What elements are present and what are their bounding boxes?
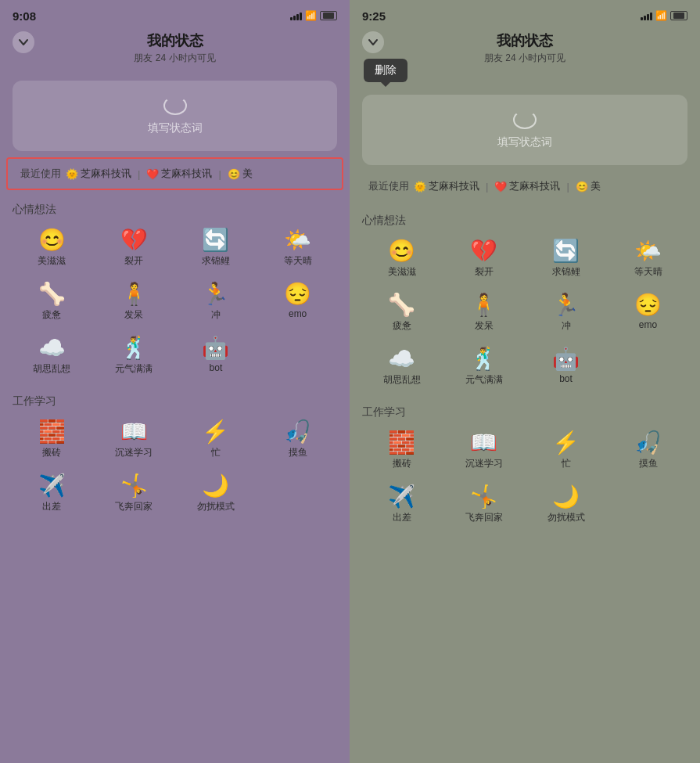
left-work-item-banzhuan[interactable]: 🧱 搬砖	[13, 415, 92, 466]
left-work-item-mang[interactable]: ⚡ 忙	[177, 415, 256, 466]
left-recent-label: 最近使用	[20, 167, 61, 181]
right-work-item-chenmiXuexi[interactable]: 📖 沉迷学习	[444, 426, 523, 477]
right-chevron-button[interactable]	[362, 31, 384, 53]
right-mood-item-emo[interactable]: 😔 emo	[608, 288, 687, 339]
left-work-item-wuraomode[interactable]: 🌙 勿扰模式	[177, 469, 256, 520]
moyu-label: 摸鱼	[289, 446, 307, 459]
meizizi-icon: 😊	[38, 229, 66, 251]
mang-label: 忙	[211, 446, 221, 459]
chong-icon: 🏃	[202, 283, 229, 305]
right-section-mood-title: 心情想法	[362, 214, 687, 228]
right-qiujinli-label: 求锦鲤	[552, 265, 580, 279]
right-meizizi-label: 美滋滋	[388, 265, 416, 279]
left-mood-item-bot[interactable]: 🤖 bot	[177, 331, 256, 382]
right-mood-item-meizizi[interactable]: 😊 美滋滋	[362, 234, 441, 285]
left-header: 我的状态 朋友 24 小时内可见	[0, 28, 350, 74]
left-work-item-chuchai[interactable]: ✈️ 出差	[13, 469, 92, 520]
right-chuchai-icon: ✈️	[388, 486, 415, 508]
left-recent-bar: 最近使用 🌞 芝麻科技讯 | ❤️ 芝麻科技讯 | 😊 美	[8, 159, 342, 189]
left-recent-item-1[interactable]: 🌞 芝麻科技讯	[66, 167, 131, 181]
left-mood-item-meizizi[interactable]: 😊 美滋滋	[13, 223, 92, 274]
right-battery-icon	[670, 11, 687, 20]
right-recent-item-3[interactable]: 😊 美	[576, 179, 601, 193]
fazai-icon: 🧍	[120, 283, 148, 305]
chenmiXuexi-icon: 📖	[120, 421, 148, 443]
right-liekai-label: 裂开	[475, 265, 494, 279]
chuchai-icon: ✈️	[38, 475, 66, 497]
right-mood-item-yuanqimanman[interactable]: 🕺 元气满满	[444, 342, 523, 393]
banzhuan-label: 搬砖	[42, 446, 61, 459]
chevron-down-icon	[18, 37, 29, 48]
right-work-item-wuraomode[interactable]: 🌙 勿扰模式	[526, 480, 605, 531]
yuanqimanman-label: 元气满满	[115, 362, 153, 376]
right-work-item-feibenhui[interactable]: 🤸 飞奔回家	[444, 480, 523, 531]
right-mood-item-husiluanxiang[interactable]: ☁️ 胡思乱想	[362, 342, 441, 393]
left-mood-item-qiujinli[interactable]: 🔄 求锦鲤	[177, 223, 256, 274]
right-signal-icon	[641, 11, 652, 20]
right-status-input-area[interactable]: 填写状态词	[362, 95, 687, 165]
right-banzhuan-icon: 🧱	[388, 432, 415, 454]
left-status-icons: 📶	[290, 10, 337, 21]
piyi-icon: 🦴	[38, 283, 66, 305]
right-banzhuan-label: 搬砖	[393, 457, 411, 470]
right-recent-label: 最近使用	[368, 179, 409, 193]
right-recent-item-1[interactable]: 🌞 芝麻科技讯	[414, 179, 479, 193]
left-mood-item-chong[interactable]: 🏃 冲	[177, 277, 256, 328]
liekai-icon: 💔	[120, 229, 148, 251]
meizizi-label: 美滋滋	[38, 254, 66, 268]
right-page-title: 我的状态	[497, 31, 553, 50]
left-recent-item-3[interactable]: 😊 美	[228, 167, 253, 181]
left-mood-item-dengtianjing[interactable]: 🌤️ 等天晴	[258, 223, 337, 274]
right-mood-item-bot[interactable]: 🤖 bot	[526, 342, 605, 393]
right-recent-text-3: 美	[591, 179, 601, 193]
right-liekai-icon: 💔	[470, 240, 497, 262]
right-section-work: 工作学习 🧱 搬砖 📖 沉迷学习 ⚡ 忙 🎣 摸鱼 ✈️ 出差	[350, 399, 700, 537]
right-mood-item-liekai[interactable]: 💔 裂开	[444, 234, 523, 285]
left-mood-item-husiluanxiang[interactable]: ☁️ 胡思乱想	[13, 331, 92, 382]
left-mood-item-yuanqimanman[interactable]: 🕺 元气满满	[95, 331, 174, 382]
right-mood-item-qiujinli[interactable]: 🔄 求锦鲤	[526, 234, 605, 285]
right-time: 9:25	[362, 9, 386, 23]
left-mood-item-piyi[interactable]: 🦴 疲惫	[13, 277, 92, 328]
right-dengtianjing-icon: 🌤️	[634, 240, 662, 262]
right-recent-item-2[interactable]: ❤️ 芝麻科技讯	[494, 179, 560, 193]
chenmiXuexi-label: 沉迷学习	[115, 446, 153, 459]
right-mood-item-chong[interactable]: 🏃 冲	[526, 288, 605, 339]
left-chevron-button[interactable]	[13, 31, 34, 53]
right-chevron-down-icon	[368, 37, 379, 48]
right-bot-icon: 🤖	[552, 348, 580, 370]
right-work-item-moyu[interactable]: 🎣 摸鱼	[608, 426, 687, 477]
right-work-item-banzhuan[interactable]: 🧱 搬砖	[362, 426, 441, 477]
left-section-work-title: 工作学习	[13, 394, 337, 408]
right-yuanqimanman-label: 元气满满	[465, 373, 503, 387]
left-mood-item-fazai[interactable]: 🧍 发呆	[95, 277, 174, 328]
right-husiluanxiang-label: 胡思乱想	[383, 373, 421, 387]
signal-icon	[290, 11, 302, 20]
left-work-item-moyu[interactable]: 🎣 摸鱼	[258, 415, 337, 466]
yuanqimanman-icon: 🕺	[120, 337, 148, 359]
right-tooltip: 删除	[364, 59, 407, 82]
right-work-grid: 🧱 搬砖 📖 沉迷学习 ⚡ 忙 🎣 摸鱼 ✈️ 出差 🤸 飞奔回家	[362, 426, 687, 531]
husiluanxiang-label: 胡思乱想	[33, 362, 70, 376]
chuchai-label: 出差	[42, 500, 61, 513]
battery-icon	[320, 11, 337, 20]
left-recent-item-2[interactable]: ❤️ 芝麻科技讯	[146, 167, 212, 181]
right-status-input-wrapper: 删除 填写状态词	[362, 81, 687, 165]
feibenhui-label: 飞奔回家	[115, 500, 153, 513]
right-piyi-label: 疲惫	[393, 319, 411, 333]
right-mood-item-dengtianjing[interactable]: 🌤️ 等天晴	[608, 234, 687, 285]
right-mood-item-piyi[interactable]: 🦴 疲惫	[362, 288, 441, 339]
left-work-item-feibenhui[interactable]: 🤸 飞奔回家	[95, 469, 174, 520]
right-work-item-mang[interactable]: ⚡ 忙	[526, 426, 605, 477]
left-status-input-area[interactable]: 填写状态词	[13, 81, 337, 151]
right-mood-item-fazai[interactable]: 🧍 发呆	[444, 288, 523, 339]
qiujinli-label: 求锦鲤	[202, 254, 230, 268]
right-emo-icon: 😔	[634, 294, 662, 316]
right-work-item-chuchai[interactable]: ✈️ 出差	[362, 480, 441, 531]
left-section-mood: 心情想法 😊 美滋滋 💔 裂开 🔄 求锦鲤 🌤️ 等天晴 🦴 疲惫	[0, 196, 350, 388]
wuraomode-icon: 🌙	[202, 475, 229, 497]
right-piyi-icon: 🦴	[388, 294, 415, 316]
left-work-item-chenmiXuexi[interactable]: 📖 沉迷学习	[95, 415, 174, 466]
left-mood-item-liekai[interactable]: 💔 裂开	[95, 223, 174, 274]
left-mood-item-emo[interactable]: 😔 emo	[258, 277, 337, 328]
